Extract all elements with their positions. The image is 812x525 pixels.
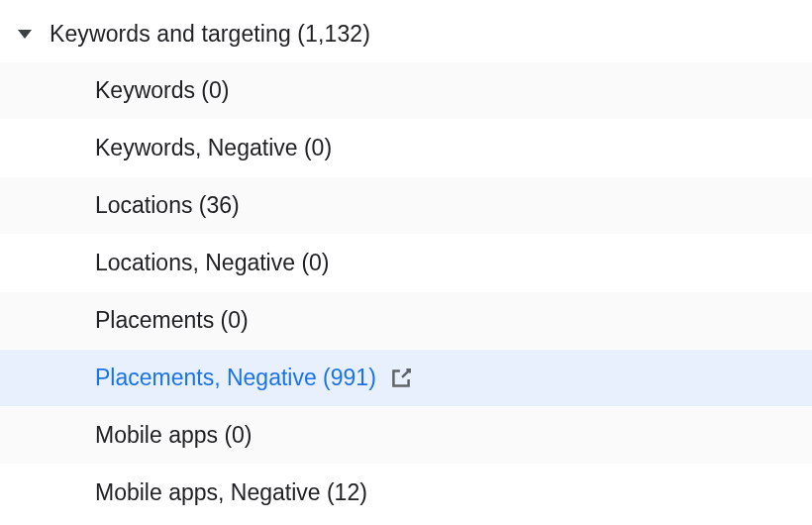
tree-item-label: Placements (0) bbox=[95, 309, 249, 332]
tree-item[interactable]: Mobile apps, Negative (12) bbox=[0, 464, 812, 521]
tree-item[interactable]: Placements (0) bbox=[0, 291, 812, 349]
targeting-tree: Keywords and targeting (1,132) Keywords … bbox=[0, 0, 812, 521]
tree-item-label: Mobile apps (0) bbox=[95, 424, 253, 447]
collapse-icon bbox=[18, 30, 32, 39]
tree-item-label: Locations, Negative (0) bbox=[95, 252, 330, 274]
tree-parent-keywords-targeting[interactable]: Keywords and targeting (1,132) bbox=[0, 10, 812, 57]
tree-children: Keywords (0)Keywords, Negative (0)Locati… bbox=[0, 57, 812, 521]
tree-item-label: Mobile apps, Negative (12) bbox=[95, 481, 367, 504]
tree-item[interactable]: Locations (36) bbox=[0, 176, 812, 234]
tree-item[interactable]: Keywords, Negative (0) bbox=[0, 119, 812, 176]
tree-item[interactable]: Placements, Negative (991) bbox=[0, 349, 812, 406]
tree-item-label: Keywords (0) bbox=[95, 79, 229, 102]
tree-item[interactable]: Mobile apps (0) bbox=[0, 406, 812, 464]
tree-item-label: Placements, Negative (991) bbox=[95, 367, 376, 389]
tree-item[interactable]: Keywords (0) bbox=[0, 61, 812, 119]
open-external-icon[interactable] bbox=[388, 366, 414, 391]
tree-item-label: Locations (36) bbox=[95, 194, 240, 217]
tree-item-label: Keywords, Negative (0) bbox=[95, 137, 332, 159]
tree-item[interactable]: Locations, Negative (0) bbox=[0, 234, 812, 291]
tree-parent-label: Keywords and targeting (1,132) bbox=[50, 23, 370, 46]
